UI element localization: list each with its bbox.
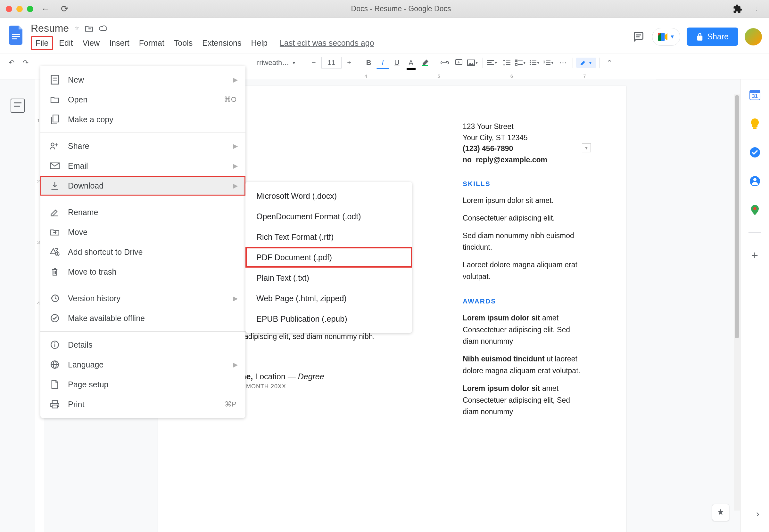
file-menu-details[interactable]: Details <box>40 335 246 355</box>
file-menu-open[interactable]: Open⌘O <box>40 90 246 109</box>
undo-icon[interactable]: ↶ <box>5 56 18 69</box>
bullet-list-icon[interactable]: ▼ <box>528 56 541 69</box>
trash-icon <box>49 266 60 277</box>
svg-point-38 <box>51 143 54 146</box>
file-menu-email[interactable]: Email▶ <box>40 156 246 176</box>
underline-icon[interactable]: U <box>391 56 403 69</box>
download-opendocument[interactable]: OpenDocument Format (.odt) <box>246 206 412 227</box>
section-collapse-icon[interactable]: ▼ <box>582 143 591 152</box>
file-menu-download[interactable]: Download▶ <box>40 176 246 196</box>
text-color-icon[interactable]: A <box>405 56 417 69</box>
file-menu-version-history[interactable]: Version history▶ <box>40 288 246 308</box>
checklist-icon[interactable]: ▼ <box>514 56 527 69</box>
menu-extensions[interactable]: Extensions <box>198 37 245 49</box>
hide-side-panel-icon[interactable]: › <box>756 508 759 519</box>
keep-icon[interactable] <box>749 117 761 130</box>
menu-format[interactable]: Format <box>135 37 168 49</box>
highlight-icon[interactable] <box>419 56 432 69</box>
file-menu-language[interactable]: Language▶ <box>40 355 246 375</box>
file-menu-make-available-offline[interactable]: Make available offline <box>40 308 246 328</box>
add-addon-icon[interactable]: + <box>749 249 761 262</box>
svg-point-15 <box>530 60 531 61</box>
document-title[interactable]: Resume <box>31 22 69 34</box>
contacts-icon[interactable] <box>749 175 761 188</box>
google-docs-logo-icon[interactable] <box>7 22 26 48</box>
move-icon <box>49 227 60 238</box>
star-icon[interactable]: ☆ <box>75 25 79 32</box>
numbered-list-icon[interactable]: 12▼ <box>542 56 555 69</box>
file-menu-add-shortcut-to-drive[interactable]: Add shortcut to Drive <box>40 242 246 262</box>
file-menu-make-a-copy[interactable]: Make a copy <box>40 109 246 129</box>
traffic-lights <box>6 6 33 12</box>
file-menu-move[interactable]: Move <box>40 222 246 242</box>
font-size-minus[interactable]: − <box>307 56 320 69</box>
download-rich[interactable]: Rich Text Format (.rtf) <box>246 227 412 247</box>
kebab-menu-icon[interactable]: ⋮ <box>749 2 763 16</box>
download-pdf[interactable]: PDF Document (.pdf) <box>246 247 412 268</box>
cloud-status-icon[interactable] <box>99 25 108 32</box>
font-family-select[interactable]: rriweath… ▼ <box>253 57 301 69</box>
user-avatar[interactable] <box>745 28 762 45</box>
maps-icon[interactable] <box>749 204 761 216</box>
align-icon[interactable]: ▼ <box>486 56 499 69</box>
menu-tools[interactable]: Tools <box>170 37 197 49</box>
maximize-window-icon[interactable] <box>27 6 33 12</box>
skill-3: Sed diam nonummy nibh euismod tincidunt. <box>463 230 585 254</box>
download-microsoft[interactable]: Microsoft Word (.docx) <box>246 186 412 206</box>
more-icon[interactable]: ⋯ <box>556 56 569 69</box>
award-3: Lorem ipsum dolor sit amet Consectetuer … <box>463 383 585 418</box>
bold-icon[interactable]: B <box>362 56 375 69</box>
download-plain[interactable]: Plain Text (.txt) <box>246 268 412 288</box>
italic-icon[interactable]: I <box>376 56 389 69</box>
svg-point-45 <box>54 342 55 343</box>
back-icon[interactable]: ← <box>38 4 53 14</box>
submenu-arrow-icon: ▶ <box>233 162 238 170</box>
menu-view[interactable]: View <box>78 37 103 49</box>
menu-file[interactable]: File <box>31 36 53 50</box>
file-menu-page-setup[interactable]: Page setup <box>40 375 246 394</box>
app-header: Resume ☆ File Edit View Insert Format To… <box>0 18 769 50</box>
svg-text:2: 2 <box>543 62 545 65</box>
download-icon <box>49 180 60 191</box>
file-menu-move-to-trash[interactable]: Move to trash <box>40 262 246 282</box>
menu-edit[interactable]: Edit <box>55 37 77 49</box>
menu-insert[interactable]: Insert <box>105 37 133 49</box>
explore-button[interactable] <box>712 504 729 521</box>
meet-button[interactable]: ▼ <box>652 28 680 46</box>
share-button[interactable]: Share <box>687 28 738 46</box>
copy-icon <box>49 114 60 125</box>
tasks-icon[interactable] <box>749 146 761 159</box>
calendar-icon[interactable]: 31 <box>749 88 761 101</box>
side-panel: 31 + <box>740 79 769 532</box>
collapse-icon[interactable]: ⌃ <box>603 56 616 69</box>
extension-puzzle-icon[interactable] <box>731 2 745 16</box>
link-icon[interactable] <box>438 56 451 69</box>
file-menu-print[interactable]: Print⌘P <box>40 394 246 414</box>
menu-help[interactable]: Help <box>247 37 271 49</box>
file-menu-share[interactable]: Share▶ <box>40 136 246 156</box>
editing-mode-button[interactable]: ▼ <box>576 58 597 68</box>
file-menu-rename[interactable]: Rename <box>40 202 246 222</box>
line-spacing-icon[interactable] <box>500 56 513 69</box>
reload-icon[interactable]: ⟳ <box>58 4 71 14</box>
font-size-plus[interactable]: + <box>343 56 356 69</box>
submenu-arrow-icon: ▶ <box>233 142 238 150</box>
image-icon[interactable]: ▼ <box>466 56 479 69</box>
document-outline-icon[interactable] <box>11 99 25 113</box>
svg-rect-2 <box>12 38 17 39</box>
file-menu-new[interactable]: New▶ <box>40 70 246 90</box>
comments-icon[interactable] <box>632 30 646 44</box>
move-icon[interactable] <box>85 25 93 32</box>
last-edit-link[interactable]: Last edit was seconds ago <box>280 38 374 48</box>
skill-1: Lorem ipsum dolor sit amet. <box>463 195 585 206</box>
redo-icon[interactable]: ↷ <box>19 56 32 69</box>
contact-address: 123 Your Street Your City, ST 12345 (123… <box>463 121 585 165</box>
add-comment-icon[interactable] <box>452 56 465 69</box>
close-window-icon[interactable] <box>6 6 12 12</box>
font-size-input[interactable]: 11 <box>321 57 341 69</box>
award-1: Lorem ipsum dolor sit amet Consectetuer … <box>463 312 585 347</box>
minimize-window-icon[interactable] <box>16 6 23 12</box>
vertical-scrollbar[interactable] <box>734 94 740 511</box>
download-web[interactable]: Web Page (.html, zipped) <box>246 288 412 309</box>
download-epub[interactable]: EPUB Publication (.epub) <box>246 309 412 329</box>
